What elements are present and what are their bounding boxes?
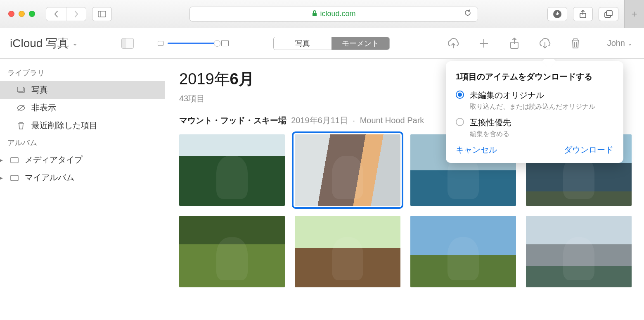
sidebar-item-recently-deleted[interactable]: 最近削除した項目: [0, 117, 165, 134]
option-unmodified-original[interactable]: 未編集のオリジナル 取り込んだ、または読み込んだオリジナル: [456, 90, 613, 111]
download-confirm-button[interactable]: ダウンロード: [564, 144, 613, 155]
chevron-down-icon: ⌄: [72, 39, 78, 47]
photo-thumbnail[interactable]: [410, 216, 516, 287]
delete-button[interactable]: [568, 36, 582, 50]
sidebar-item-hidden[interactable]: 非表示: [0, 99, 165, 117]
disclosure-triangle-icon: ▶: [0, 174, 4, 181]
zoom-window-button[interactable]: [29, 11, 35, 17]
year-label: 2019年: [179, 70, 230, 88]
sidebar-group-myalbums[interactable]: ▶ マイアルバム: [0, 169, 165, 186]
forward-button[interactable]: [66, 7, 86, 21]
nav-buttons: [46, 7, 86, 21]
download-button[interactable]: [538, 36, 552, 50]
cancel-button[interactable]: キャンセル: [456, 144, 497, 155]
slider-track[interactable]: [168, 43, 217, 44]
option-label: 未編集のオリジナル: [470, 90, 595, 101]
radio-unchecked-icon[interactable]: [456, 118, 464, 126]
photo-thumbnail[interactable]: [179, 216, 285, 287]
sidebar-item-label: 写真: [31, 84, 48, 96]
upload-button[interactable]: [446, 36, 460, 50]
radio-checked-icon[interactable]: [456, 91, 464, 99]
app-title-dropdown[interactable]: iCloud 写真 ⌄: [10, 36, 78, 51]
minimize-window-button[interactable]: [19, 11, 25, 17]
share-button[interactable]: [507, 36, 521, 50]
add-button[interactable]: [477, 36, 491, 50]
svg-rect-0: [98, 11, 106, 17]
tabs-button[interactable]: [599, 7, 618, 21]
sidebar-group-mediatypes[interactable]: ▶ メディアタイプ: [0, 151, 165, 169]
sidebar-albums-header: アルバム: [0, 134, 165, 151]
user-menu[interactable]: John ⌄: [607, 38, 632, 48]
svg-rect-16: [11, 175, 18, 181]
photo-thumbnail[interactable]: [295, 216, 400, 287]
reload-icon[interactable]: [464, 9, 472, 19]
photo-thumbnail[interactable]: [179, 134, 285, 206]
option-description: 編集を含める: [470, 130, 511, 139]
disclosure-triangle-icon: ▶: [0, 157, 4, 163]
folder-icon: [10, 157, 19, 163]
chevron-down-icon: ⌄: [627, 40, 632, 47]
sidebar-item-label: 非表示: [31, 102, 56, 113]
svg-rect-15: [11, 158, 18, 163]
sidebar-item-label: マイアルバム: [25, 172, 74, 183]
sidebar-item-label: メディアタイプ: [25, 154, 83, 165]
sidebar-item-label: 最近削除した項目: [31, 120, 97, 131]
option-most-compatible[interactable]: 互換性優先 編集を含める: [456, 117, 613, 139]
photo-thumbnail[interactable]: [526, 216, 632, 287]
trash-icon: [17, 122, 26, 130]
content-area: 2019年6月 43項目 マウント・フッド・スキー場 2019年6月11日 · …: [165, 59, 644, 320]
folder-icon: [10, 174, 19, 181]
month-label: 6月: [230, 70, 254, 88]
download-popover: 1項目のアイテムをダウンロードする 未編集のオリジナル 取り込んだ、または読み込…: [446, 61, 623, 163]
sidebar-browser-button[interactable]: [92, 7, 112, 21]
photos-icon: [17, 87, 26, 93]
moment-place: Mount Hood Park: [360, 116, 424, 125]
photo-thumbnail-selected[interactable]: [295, 134, 400, 206]
lock-icon: [312, 10, 317, 18]
sidebar-item-photos[interactable]: 写真: [0, 81, 165, 99]
popover-title: 1項目のアイテムをダウンロードする: [456, 71, 613, 82]
thumb-large-icon: [221, 40, 229, 46]
close-window-button[interactable]: [8, 11, 14, 17]
segment-photos[interactable]: 写真: [274, 37, 331, 50]
browser-toolbar: icloud.com +: [0, 0, 644, 28]
hidden-icon: [17, 104, 26, 112]
sidebar: ライブラリ 写真 非表示 最近削除した項目 アルバム ▶ メディアタ: [0, 59, 165, 320]
sidebar-library-header: ライブラリ: [0, 64, 165, 81]
url-text: icloud.com: [320, 10, 355, 18]
user-name: John: [607, 38, 625, 48]
new-tab-button[interactable]: +: [624, 0, 644, 28]
option-label: 互換性優先: [470, 117, 511, 128]
app-title-text: iCloud 写真: [10, 36, 69, 51]
thumbnail-size-slider[interactable]: [158, 40, 229, 46]
option-description: 取り込んだ、または読み込んだオリジナル: [470, 103, 595, 111]
thumb-small-icon: [158, 41, 163, 46]
share-browser-button[interactable]: [573, 7, 593, 21]
dot-separator: ·: [353, 116, 355, 125]
svg-rect-2: [313, 13, 317, 16]
svg-rect-6: [606, 11, 612, 16]
svg-rect-13: [17, 87, 23, 92]
segment-moments[interactable]: モーメント: [331, 37, 389, 50]
address-bar[interactable]: icloud.com: [189, 7, 478, 21]
action-icons: John ⌄: [446, 36, 644, 50]
view-segment: 写真 モーメント: [273, 37, 390, 50]
moment-date: 2019年6月11日: [291, 116, 348, 125]
app-toolbar: iCloud 写真 ⌄ 写真 モーメント John ⌄: [0, 28, 644, 59]
downloads-button[interactable]: [547, 7, 567, 21]
slider-knob[interactable]: [214, 40, 220, 47]
window-controls: [8, 11, 35, 17]
sidebar-toggle-button[interactable]: [121, 38, 134, 49]
location-name: マウント・フッド・スキー場: [179, 116, 286, 125]
back-button[interactable]: [46, 7, 66, 21]
